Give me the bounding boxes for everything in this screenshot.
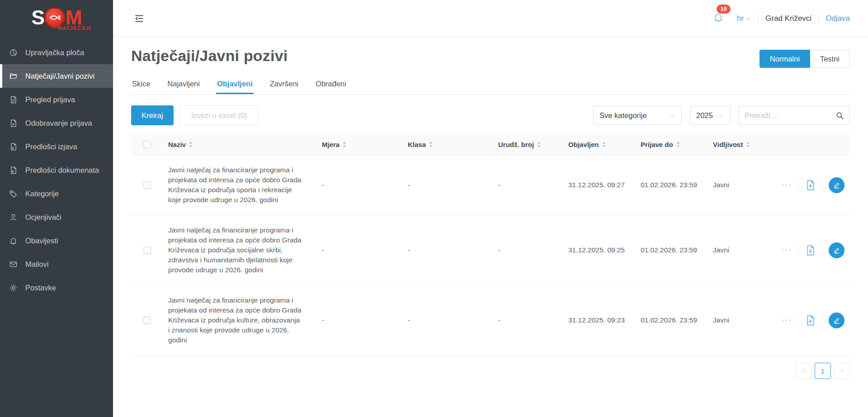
column-header-vidljivost: Vidljivost — [713, 141, 743, 148]
sort-vidljivost[interactable] — [746, 142, 750, 147]
sidebar-item-upravljacka-ploca[interactable]: Upravljačka ploča — [0, 41, 113, 64]
sidebar-item-mailovi[interactable]: Mailovi — [0, 252, 113, 276]
sidebar-item-obavijesti[interactable]: Obavijesti — [0, 229, 113, 252]
logout-link[interactable]: Odjava — [826, 14, 850, 23]
tab-obradeni[interactable]: Obrađeni — [315, 75, 347, 94]
select-all-checkbox[interactable] — [143, 141, 151, 148]
tab-zavrseni[interactable]: Završeni — [269, 75, 299, 94]
topbar: 10 hr Grad Križevci Odjava — [113, 0, 868, 37]
sort-klasa[interactable] — [429, 142, 433, 147]
topbar-divider — [818, 14, 819, 24]
sidebar-item-label: Pregled prijava — [25, 95, 75, 104]
sidebar-item-label: Natječaji/Javni pozivi — [25, 72, 94, 81]
sidebar-item-label: Upravljačka ploča — [25, 48, 84, 57]
chevron-down-icon — [670, 113, 675, 118]
folder-open-icon — [9, 72, 18, 81]
pencil-icon — [833, 316, 841, 324]
column-header-urudz-broj: Urudž. broj — [498, 141, 534, 148]
sidebar-item-natjecaji[interactable]: Natječaji/Javni pozivi — [0, 64, 113, 88]
mode-test-button[interactable]: Testni — [810, 50, 850, 68]
sidebar-item-postavke[interactable]: Postavke — [0, 276, 113, 299]
pdf-file-icon — [804, 179, 816, 191]
cell-prijave-do: 01.02.2026. 23:59 — [635, 181, 708, 189]
sidebar-item-predlosci-dokumenata[interactable]: Predlošci dokumenata — [0, 158, 113, 182]
page-number-button[interactable]: 1 — [815, 363, 831, 379]
pdf-button[interactable] — [804, 314, 816, 327]
create-button[interactable]: Kreiraj — [131, 105, 174, 125]
pdf-button[interactable] — [804, 244, 816, 256]
tab-najavljeni[interactable]: Najavljeni — [166, 75, 201, 94]
organization-name: Grad Križevci — [765, 14, 811, 23]
mail-icon — [9, 260, 18, 269]
sidebar-nav: Upravljačka ploča Natječaji/Javni pozivi… — [0, 41, 113, 299]
more-actions-button[interactable]: ··· — [782, 180, 792, 190]
cell-urudz-broj: - — [493, 316, 563, 324]
edit-button[interactable] — [829, 313, 844, 328]
edit-button[interactable] — [829, 242, 844, 258]
more-actions-button[interactable]: ··· — [782, 246, 792, 255]
user-icon — [9, 213, 18, 222]
column-header-objavljen: Objavljen — [568, 141, 599, 148]
toolbar: Kreiraj Izvezi u excel (0) Sve kategorij… — [131, 105, 850, 125]
sidebar-item-label: Postavke — [25, 284, 56, 292]
gear-icon — [9, 284, 18, 292]
language-label: hr — [737, 14, 744, 23]
category-select[interactable]: Sve kategorije — [593, 106, 682, 125]
table-row: Javni natječaj za financiranje programa … — [131, 285, 850, 355]
mode-normal-button[interactable]: Normalni — [760, 50, 810, 68]
file-template-icon — [9, 166, 18, 175]
sort-objavljen[interactable] — [602, 142, 606, 147]
sort-mjera[interactable] — [343, 142, 346, 147]
cell-prijave-do: 01.02.2026. 23:59 — [635, 316, 708, 324]
sort-prijave-do[interactable] — [676, 142, 680, 147]
cell-urudz-broj: - — [493, 246, 563, 254]
pdf-button[interactable] — [804, 179, 816, 191]
cell-objavljen: 31.12.2025. 09:27 — [563, 181, 635, 189]
toolbar-buttons: Kreiraj Izvezi u excel (0) — [131, 105, 258, 125]
cell-urudz-broj: - — [493, 181, 563, 189]
logo-letter-s: S — [31, 6, 43, 29]
tab-skice[interactable]: Skice — [131, 75, 151, 94]
status-tabs: Skice Najavljeni Objavljeni Završeni Obr… — [131, 75, 850, 95]
cell-objavljen: 31.12.2025. 09:25 — [563, 246, 635, 254]
app-root: S M NATJEČAJI Upravljačka ploča — [0, 0, 868, 417]
sidebar-item-ocjenjivaci[interactable]: Ocjenjivači — [0, 205, 113, 229]
sort-urudz-broj[interactable] — [537, 142, 541, 147]
sidebar-collapse-button[interactable] — [134, 13, 145, 24]
pdf-file-icon — [804, 244, 816, 256]
export-excel-button[interactable]: Izvezi u excel (0) — [180, 105, 259, 125]
row-checkbox[interactable] — [143, 181, 151, 189]
search-input[interactable] — [745, 111, 832, 120]
search-box[interactable] — [739, 106, 850, 125]
menu-fold-icon — [134, 13, 145, 24]
more-actions-button[interactable]: ··· — [782, 316, 792, 325]
prev-page-button[interactable] — [796, 363, 812, 379]
language-selector[interactable]: hr — [737, 14, 751, 23]
year-select[interactable]: 2025 — [690, 106, 731, 125]
cell-naziv: Javni natječaj za financiranje programa … — [163, 295, 316, 345]
row-checkbox[interactable] — [143, 317, 151, 324]
actions-divider — [798, 245, 798, 256]
column-header-naziv: Naziv — [168, 141, 186, 148]
sidebar-item-predlosci-izjava[interactable]: Predlošci izjava — [0, 135, 113, 158]
category-selected-value: Sve kategorije — [599, 111, 647, 120]
cell-vidljivost: Javni — [708, 246, 771, 254]
actions-divider — [798, 180, 798, 190]
edit-button[interactable] — [829, 177, 844, 193]
sidebar-item-kategorije[interactable]: Kategorije — [0, 182, 113, 205]
page-header: Natječaji/Javni pozivi Normalni Testni — [131, 47, 850, 68]
next-page-button[interactable] — [834, 363, 850, 379]
actions-divider — [822, 315, 823, 326]
brand-logo[interactable]: S M NATJEČAJI — [0, 0, 113, 33]
notifications-button[interactable]: 10 — [713, 12, 724, 25]
row-checkbox[interactable] — [143, 246, 151, 254]
cell-klasa: - — [402, 246, 493, 254]
cell-klasa: - — [402, 316, 493, 324]
sidebar-item-label: Mailovi — [25, 260, 48, 269]
file-check-icon — [9, 119, 18, 128]
sort-naziv[interactable] — [189, 142, 193, 147]
sidebar-item-odobravanje-prijava[interactable]: Odobravanje prijava — [0, 111, 113, 135]
pagination: 1 — [131, 363, 850, 393]
tab-objavljeni[interactable]: Objavljeni — [216, 75, 254, 94]
sidebar-item-pregled-prijava[interactable]: Pregled prijava — [0, 88, 113, 111]
